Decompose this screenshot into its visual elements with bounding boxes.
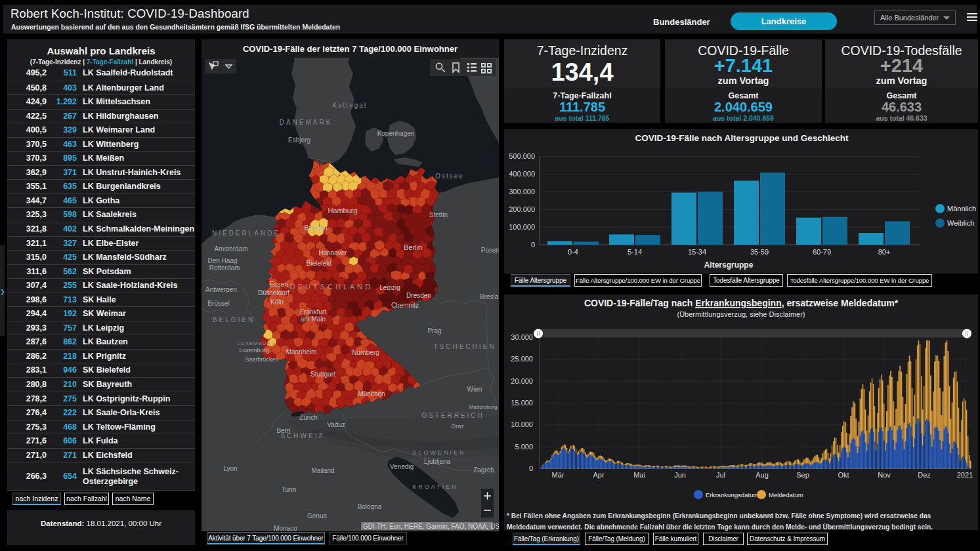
svg-text:400.000: 400.000 — [509, 170, 535, 178]
svg-text:300.000: 300.000 — [509, 188, 535, 195]
svg-text:Antwerpen: Antwerpen — [205, 286, 237, 293]
svg-text:Mailand: Mailand — [311, 467, 334, 474]
svg-text:Hamburg: Hamburg — [328, 207, 357, 214]
svg-text:5.000: 5.000 — [515, 443, 533, 451]
svg-text:Männlich: Männlich — [947, 205, 976, 213]
svg-text:BELGIEN: BELGIEN — [213, 316, 255, 323]
svg-text:Vaduz: Vaduz — [327, 421, 345, 428]
svg-text:Nov: Nov — [878, 471, 891, 479]
svg-text:COVID-19-Fälle nach Altersgrup: COVID-19-Fälle nach Altersgruppe und Ges… — [635, 133, 849, 143]
svg-text:Okt: Okt — [838, 471, 849, 479]
svg-text:0-4: 0-4 — [568, 248, 578, 256]
svg-text:Prag: Prag — [427, 327, 441, 335]
svg-text:Stettin: Stettin — [429, 211, 448, 218]
svg-text:Breslau: Breslau — [480, 293, 499, 300]
svg-text:Frankfurt: Frankfurt — [300, 308, 326, 316]
svg-text:500.000: 500.000 — [509, 152, 535, 160]
svg-text:Hannover: Hannover — [318, 249, 347, 256]
svg-text:DÄNEMARK: DÄNEMARK — [280, 119, 333, 126]
svg-text:SLOWENIEN: SLOWENIEN — [412, 449, 465, 456]
svg-text:Lyon: Lyon — [223, 465, 237, 472]
svg-text:Zagreb: Zagreb — [473, 466, 494, 474]
svg-text:Brüssel: Brüssel — [207, 300, 229, 307]
svg-text:Aug: Aug — [756, 471, 769, 479]
svg-text:35-59: 35-59 — [750, 248, 769, 256]
svg-text:NIEDERLANDE: NIEDERLANDE — [212, 230, 280, 237]
svg-text:Dez: Dez — [918, 471, 931, 479]
svg-text:Bologna: Bologna — [358, 503, 382, 510]
svg-text:Essen: Essen — [270, 281, 288, 288]
svg-text:am Main: am Main — [301, 316, 326, 323]
svg-text:Dresden: Dresden — [406, 292, 431, 299]
svg-text:200.000: 200.000 — [509, 205, 535, 213]
svg-text:Leipzig: Leipzig — [379, 284, 400, 291]
svg-text:Jun: Jun — [674, 471, 686, 479]
svg-text:2021: 2021 — [957, 471, 973, 479]
svg-text:KROATIEN: KROATIEN — [412, 483, 458, 490]
svg-text:Den Haag: Den Haag — [207, 257, 237, 264]
svg-text:Amsterdam: Amsterdam — [214, 245, 247, 253]
svg-text:Apr: Apr — [593, 471, 604, 479]
svg-text:Meldedatum: Meldedatum — [769, 491, 803, 499]
svg-text:15-34: 15-34 — [688, 248, 706, 256]
svg-text:Monaco: Monaco — [274, 525, 297, 531]
svg-text:Berlin: Berlin — [404, 243, 422, 251]
svg-text:Weiblich: Weiblich — [947, 219, 974, 227]
svg-text:5-14: 5-14 — [628, 248, 642, 256]
svg-text:DEUTSCHLAND: DEUTSCHLAND — [290, 283, 373, 291]
svg-text:TSCHECHIEN: TSCHECHIEN — [433, 343, 496, 350]
svg-text:Ostsee: Ostsee — [435, 173, 464, 180]
svg-text:München: München — [358, 390, 385, 398]
svg-text:Luxemburg: Luxemburg — [239, 347, 268, 354]
svg-text:Altersgruppe: Altersgruppe — [704, 260, 754, 270]
svg-text:60-79: 60-79 — [813, 248, 831, 256]
svg-text:Ljubljana: Ljubljana — [424, 458, 450, 465]
svg-text:15.000: 15.000 — [511, 399, 533, 407]
svg-text:Mannheim: Mannheim — [286, 348, 317, 356]
svg-text:Mär: Mär — [552, 471, 565, 479]
svg-text:Nürnberg: Nürnberg — [352, 349, 379, 356]
svg-text:Posen: Posen — [481, 247, 499, 254]
svg-text:Saarbrücken: Saarbrücken — [245, 356, 278, 363]
svg-text:Bern: Bern — [276, 427, 290, 434]
svg-text:Rotterdam: Rotterdam — [209, 264, 240, 272]
svg-text:Mattersburg: Mattersburg — [469, 404, 498, 410]
svg-text:10.000: 10.000 — [511, 420, 533, 428]
svg-text:Esbjerg: Esbjerg — [288, 136, 310, 144]
svg-text:Bremen: Bremen — [304, 224, 327, 232]
svg-text:25.000: 25.000 — [511, 355, 533, 363]
svg-text:Zürich: Zürich — [299, 414, 318, 421]
svg-text:Jul: Jul — [716, 471, 725, 479]
svg-text:Stuttgart: Stuttgart — [310, 371, 335, 378]
svg-text:100.000: 100.000 — [509, 223, 535, 231]
svg-text:Turin: Turin — [282, 486, 296, 493]
svg-text:Wien: Wien — [467, 386, 482, 393]
svg-text:Genua: Genua — [307, 512, 327, 520]
svg-text:Mai: Mai — [633, 471, 645, 479]
svg-text:Köln: Köln — [270, 298, 284, 306]
svg-text:20.000: 20.000 — [511, 377, 533, 385]
svg-text:Kattegat: Kattegat — [332, 102, 367, 109]
svg-text:LUXEMBURG: LUXEMBURG — [237, 340, 276, 346]
svg-text:0: 0 — [531, 241, 535, 249]
svg-text:30.000: 30.000 — [511, 333, 533, 341]
svg-text:Düsseldorf: Düsseldorf — [258, 289, 289, 296]
svg-text:Chemnitz: Chemnitz — [391, 302, 419, 309]
svg-text:Kopenhagen: Kopenhagen — [377, 130, 415, 137]
svg-text:Graz: Graz — [451, 423, 464, 430]
svg-text:Sep: Sep — [796, 471, 809, 479]
svg-text:ÖSTERREICH: ÖSTERREICH — [421, 412, 484, 419]
svg-text:(Übermittlungsverzug, siehe Di: (Übermittlungsverzug, siehe Disclaimer) — [677, 310, 805, 318]
svg-text:Erkrankungsdatum: Erkrankungsdatum — [706, 491, 759, 499]
svg-text:COVID-19-Fälle/Tag nach Erkran: COVID-19-Fälle/Tag nach Erkrankungsbegin… — [584, 298, 899, 308]
svg-text:80+: 80+ — [878, 248, 891, 256]
svg-text:Bielefeld: Bielefeld — [307, 260, 331, 267]
svg-text:0: 0 — [529, 464, 533, 472]
svg-text:Venedig: Venedig — [390, 463, 414, 470]
svg-text:GDI-TH, Esri, HERE, Garmin, FA: GDI-TH, Esri, HERE, Garmin, FAO, NOAA, U… — [363, 523, 499, 530]
